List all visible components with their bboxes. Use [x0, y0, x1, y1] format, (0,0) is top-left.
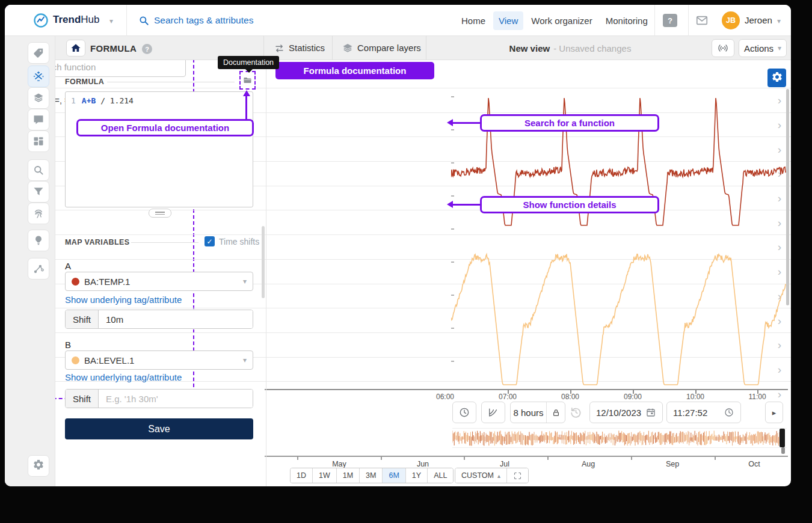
topbar-divider-2 — [654, 5, 655, 36]
range-button-1w[interactable]: 1W — [312, 468, 336, 483]
compare-layers-button[interactable]: Compare layers — [357, 43, 421, 53]
actions-button[interactable]: Actions ▾ — [739, 39, 787, 57]
duration-value: 8 hours — [511, 408, 546, 418]
sidebar-item-fingerprint[interactable] — [28, 203, 49, 224]
help-icon[interactable]: ? — [663, 14, 677, 27]
sidebar-item-formula[interactable] — [28, 66, 49, 87]
avatar[interactable]: JB — [722, 11, 740, 29]
range-button-1y[interactable]: 1Y — [405, 468, 427, 483]
x-axis-line — [265, 389, 788, 390]
nav-item-work-organizer[interactable]: Work organizer — [526, 11, 597, 30]
variable-b-underlying-link[interactable]: Show underlying tag/attribute — [65, 372, 182, 382]
annotation-arrow-line-3 — [452, 204, 480, 206]
context-current-time-handle[interactable] — [780, 429, 785, 447]
documentation-icon — [242, 75, 253, 85]
home-button[interactable] — [66, 40, 85, 57]
documentation-tooltip: Documentation — [218, 56, 279, 69]
range-button-1m[interactable]: 1M — [336, 468, 359, 483]
logo-text-bold: Trend — [53, 14, 81, 25]
range-button-6m[interactable]: 6M — [382, 468, 405, 483]
time-shifts-checkbox[interactable]: ✓ — [205, 236, 215, 246]
formula-section-rule — [107, 82, 235, 82]
series-b-line — [451, 254, 786, 385]
x-axis-tick-label: 10:00 — [686, 393, 704, 401]
time-shifts-label: Time shifts — [219, 237, 259, 246]
annotation-open-formula-documentation: Open Formula documentation — [76, 119, 254, 136]
editor-resize-handle[interactable] — [149, 209, 171, 218]
range-button-all[interactable]: ALL — [427, 468, 453, 483]
duration-control[interactable]: 8 hours — [510, 402, 565, 423]
range-button-3m[interactable]: 3M — [359, 468, 382, 483]
context-preview-bar[interactable] — [452, 428, 787, 448]
annotation-arrowhead-left — [447, 119, 453, 126]
sidebar-item-layers[interactable] — [28, 87, 49, 109]
toolbar-divider-2 — [332, 36, 333, 60]
logo-caret-icon[interactable]: ▾ — [109, 17, 113, 25]
annotation-show-function-details: Show function details — [480, 196, 659, 213]
lock-icon[interactable] — [547, 408, 565, 418]
custom-caret-up-icon: ▴ — [497, 473, 500, 479]
editor-code: / 1.214 — [96, 96, 134, 105]
editor-line-number: 1 — [71, 96, 76, 105]
view-status: - Unsaved changes — [553, 43, 631, 54]
shift-a-prefix: Shift — [66, 310, 99, 328]
topbar-divider — [126, 5, 127, 36]
formula-help-icon[interactable]: ? — [142, 44, 152, 54]
save-button[interactable]: Save — [65, 418, 253, 439]
sidebar-item-graph[interactable] — [28, 258, 49, 280]
time-picker[interactable]: 11:27:52 — [666, 402, 741, 423]
variable-b-select[interactable]: BA:LEVEL.1 ▾ — [65, 350, 253, 370]
date-picker[interactable]: 12/10/2023 — [589, 402, 663, 423]
formula-editor[interactable]: 1A+B / 1.214 — [65, 91, 253, 207]
x-axis-tick-label: 08:00 — [561, 393, 579, 401]
topbar-divider-3 — [688, 5, 689, 36]
sidebar-item-lightbulb[interactable] — [28, 230, 49, 251]
sidebar-item-comment[interactable] — [28, 109, 49, 130]
actions-label: Actions — [744, 43, 774, 54]
panel-title: FORMULA — [90, 43, 137, 54]
shift-b-input[interactable] — [99, 390, 253, 408]
sidebar-item-search[interactable] — [28, 159, 49, 181]
broadcast-button[interactable] — [712, 39, 734, 57]
global-search-icon — [138, 15, 149, 28]
user-name[interactable]: Jeroen — [745, 15, 772, 25]
layers-icon — [32, 92, 45, 104]
sidebar-item-filter[interactable] — [28, 181, 49, 203]
lightbulb-icon — [32, 234, 45, 246]
nav-item-view[interactable]: View — [493, 11, 523, 30]
month-label: Jul — [500, 460, 509, 468]
annotation-arrowhead-left-2 — [447, 201, 453, 208]
app-window: TrendHub ▾ Search tags & attributes Home… — [5, 5, 791, 486]
sidebar-item-settings[interactable] — [28, 455, 49, 477]
variable-a-tag: BA:TEMP.1 — [84, 277, 243, 287]
sidebar-item-dashboard[interactable] — [28, 130, 49, 152]
refresh-history-icon[interactable] — [569, 405, 583, 421]
sidebar-item-tag[interactable] — [28, 42, 49, 64]
graph-icon — [32, 263, 45, 275]
statistics-button[interactable]: Statistics — [289, 43, 325, 53]
user-menu-caret-icon[interactable]: ▾ — [777, 17, 781, 25]
focus-range-button[interactable] — [506, 468, 528, 483]
chart-settings-button[interactable] — [767, 69, 786, 87]
desktop-background: TrendHub ▾ Search tags & attributes Home… — [0, 0, 812, 523]
step-forward-button[interactable]: ▸ — [765, 402, 783, 423]
annotation-arrowhead-up — [243, 90, 250, 96]
comment-icon — [32, 114, 45, 126]
panel-scrollbar[interactable] — [262, 226, 265, 298]
shift-a-input[interactable] — [99, 310, 253, 328]
custom-range-button[interactable]: CUSTOM ▴ — [455, 468, 506, 483]
mail-icon[interactable] — [695, 14, 709, 29]
compare-trends-button[interactable] — [481, 402, 505, 423]
logo-text-light: Hub — [81, 14, 99, 25]
nav-item-home[interactable]: Home — [456, 11, 491, 30]
actions-caret-icon: ▾ — [778, 44, 781, 52]
editor-code-variables: A+B — [82, 96, 96, 105]
range-button-1d[interactable]: 1D — [291, 468, 312, 483]
global-search-input[interactable]: Search tags & attributes — [154, 15, 253, 26]
map-variables-rule — [131, 242, 198, 243]
time-context-button[interactable] — [452, 402, 476, 423]
nav-item-monitoring[interactable]: Monitoring — [600, 11, 653, 30]
variable-a-underlying-link[interactable]: Show underlying tag/attribute — [65, 295, 182, 305]
context-handle-grip[interactable] — [781, 447, 785, 454]
variable-a-select[interactable]: BA:TEMP.1 ▾ — [65, 272, 253, 291]
